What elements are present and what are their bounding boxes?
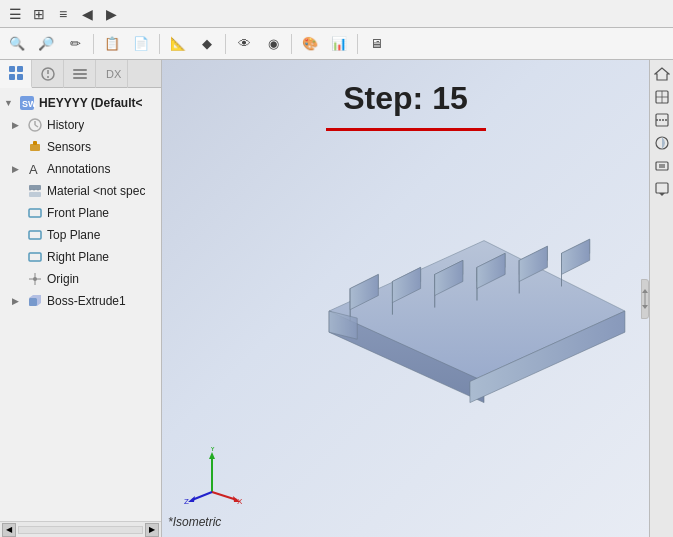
scroll-right-button[interactable]: ▶ <box>145 523 159 537</box>
arrow-right-button[interactable]: ▶ <box>100 3 122 25</box>
dim-expert-tab[interactable]: DX <box>96 60 128 88</box>
tree-boss-extrude1[interactable]: ▶ Boss-Extrude1 <box>0 290 161 312</box>
svg-rect-1 <box>17 66 23 72</box>
tree-material[interactable]: Material <not spec <box>0 180 161 202</box>
svg-text:SW: SW <box>22 99 35 109</box>
axis-indicator: Y X Z <box>182 447 242 507</box>
color-button[interactable]: 🎨 <box>297 31 323 57</box>
expand-icon-sensors <box>12 142 26 152</box>
view-button[interactable]: ◆ <box>194 31 220 57</box>
svg-rect-8 <box>73 73 87 75</box>
toolbar-separator-4 <box>291 34 292 54</box>
tree-annotations[interactable]: ▶ A Annotations <box>0 158 161 180</box>
top-toolbar: ☰ ⊞ ≡ ◀ ▶ <box>0 0 673 28</box>
right-panel <box>649 60 673 537</box>
pencil-button[interactable]: ✏ <box>62 31 88 57</box>
chart-button[interactable]: 📊 <box>326 31 352 57</box>
svg-text:A: A <box>29 162 38 177</box>
top-plane-icon <box>26 226 44 244</box>
svg-rect-20 <box>29 192 41 197</box>
svg-line-55 <box>212 492 237 500</box>
svg-marker-64 <box>655 68 669 80</box>
config-tab[interactable] <box>64 60 96 88</box>
right-plane-icon <box>26 248 44 266</box>
clipboard-button[interactable]: 📋 <box>99 31 125 57</box>
annotations-label: Annotations <box>47 162 110 176</box>
3d-model-container <box>322 120 639 487</box>
svg-marker-63 <box>642 305 648 309</box>
svg-rect-2 <box>9 74 15 80</box>
expand-icon-material <box>12 186 26 196</box>
second-toolbar: 🔍 🔎 ✏ 📋 📄 📐 ◆ 👁 ◉ 🎨 📊 🖥 <box>0 28 673 60</box>
svg-rect-71 <box>656 162 668 170</box>
expand-icon-origin <box>12 274 26 284</box>
axis-svg: Y X Z <box>182 447 242 507</box>
property-tab[interactable] <box>32 60 64 88</box>
left-panel-tabs: DX <box>0 60 161 88</box>
svg-rect-22 <box>29 209 41 217</box>
tree-origin[interactable]: Origin <box>0 268 161 290</box>
svg-point-6 <box>47 76 49 78</box>
tree-root[interactable]: ▼ SW HEYYYY (Default< <box>0 92 161 114</box>
display-button[interactable]: 🖥 <box>363 31 389 57</box>
tree-sensors[interactable]: Sensors <box>0 136 161 158</box>
annotation-button[interactable] <box>652 179 672 199</box>
svg-marker-75 <box>659 193 665 196</box>
measure-button[interactable]: 📐 <box>165 31 191 57</box>
expand-icon-root: ▼ <box>4 98 18 108</box>
grid-button[interactable]: ⊞ <box>28 3 50 25</box>
hide-show-button[interactable] <box>652 156 672 176</box>
origin-icon <box>26 270 44 288</box>
toolbar-separator-3 <box>225 34 226 54</box>
svg-rect-23 <box>29 231 41 239</box>
scroll-left-button[interactable]: ◀ <box>2 523 16 537</box>
expand-icon-history: ▶ <box>12 120 26 130</box>
search-button[interactable]: 🔍 <box>4 31 30 57</box>
scroll-track[interactable] <box>18 526 143 534</box>
expand-icon-annotations: ▶ <box>12 164 26 174</box>
list-button[interactable]: ≡ <box>52 3 74 25</box>
view-orientation-button[interactable] <box>652 87 672 107</box>
svg-text:Y: Y <box>210 447 216 453</box>
left-panel: DX ▼ SW HEYYYY (Default< ▶ History <box>0 60 162 537</box>
collapse-handle[interactable] <box>641 279 649 319</box>
root-label: HEYYYY (Default< <box>39 96 142 110</box>
horizontal-scrollbar[interactable]: ◀ ▶ <box>0 521 161 537</box>
tree-history[interactable]: ▶ History <box>0 114 161 136</box>
menu-button[interactable]: ☰ <box>4 3 26 25</box>
arrow-left-button[interactable]: ◀ <box>76 3 98 25</box>
svg-rect-24 <box>29 253 41 261</box>
section-view-button[interactable] <box>652 110 672 130</box>
home-view-button[interactable] <box>652 64 672 84</box>
origin-label: Origin <box>47 272 79 286</box>
document-button[interactable]: 📄 <box>128 31 154 57</box>
svg-rect-19 <box>29 185 41 190</box>
svg-rect-28 <box>29 298 37 306</box>
toolbar-separator-1 <box>93 34 94 54</box>
3d-viewport[interactable]: Step: 15 <box>162 60 649 537</box>
expand-icon-boss-extrude1: ▶ <box>12 296 26 306</box>
svg-text:X: X <box>237 497 242 506</box>
root-icon: SW <box>18 94 36 112</box>
svg-marker-50 <box>562 239 590 274</box>
expand-icon-right-plane <box>12 252 26 262</box>
right-plane-label: Right Plane <box>47 250 109 264</box>
feature-manager-tab[interactable] <box>0 60 32 88</box>
svg-point-27 <box>33 277 37 281</box>
tree-top-plane[interactable]: Top Plane <box>0 224 161 246</box>
tree-right-plane[interactable]: Right Plane <box>0 246 161 268</box>
svg-rect-9 <box>73 77 87 79</box>
svg-marker-62 <box>642 289 648 293</box>
svg-marker-53 <box>209 452 215 459</box>
eye-button[interactable]: 👁 <box>231 31 257 57</box>
boss-extrude1-label: Boss-Extrude1 <box>47 294 126 308</box>
svg-rect-7 <box>73 69 87 71</box>
shape-button[interactable]: ◉ <box>260 31 286 57</box>
zoom-button[interactable]: 🔎 <box>33 31 59 57</box>
display-style-button[interactable] <box>652 133 672 153</box>
history-label: History <box>47 118 84 132</box>
sensors-icon <box>26 138 44 156</box>
expand-icon-front-plane <box>12 208 26 218</box>
tree-front-plane[interactable]: Front Plane <box>0 202 161 224</box>
svg-text:Z: Z <box>184 497 189 506</box>
